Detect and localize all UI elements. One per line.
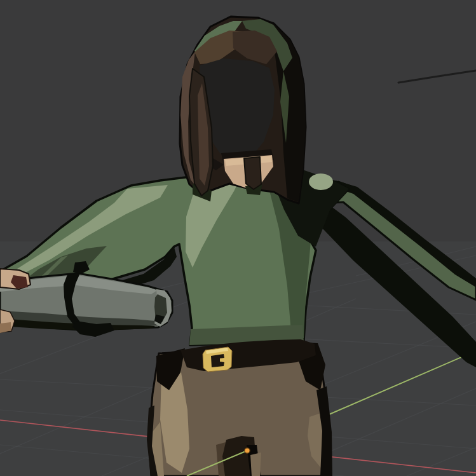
origin-indicator — [245, 448, 250, 453]
hair-strand-mid[interactable] — [244, 157, 261, 189]
viewport-3d[interactable] — [0, 0, 476, 476]
scene-svg — [0, 0, 476, 476]
right-shoulder-highlight[interactable] — [309, 173, 333, 190]
crotch-tan-patch[interactable] — [250, 452, 261, 476]
